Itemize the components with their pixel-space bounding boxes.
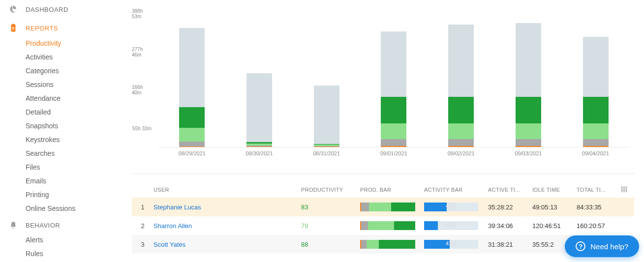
x-label: 09/02/2021 [446, 150, 476, 156]
user-link[interactable]: Scott Yates [153, 241, 185, 248]
active-time: 31:38:21 [488, 241, 532, 248]
nav-dashboard[interactable]: DASHBOARD [0, 1, 112, 18]
x-label: 08/31/2021 [312, 150, 341, 156]
total-time: 160:20:57 [577, 222, 621, 230]
col-idle-time[interactable]: IDLE TIME [532, 187, 577, 193]
x-label: 09/03/2021 [514, 150, 543, 156]
svg-rect-0 [621, 186, 623, 192]
x-label: 08/29/2021 [177, 150, 207, 156]
user-link[interactable]: Stephanie Lucas [153, 204, 201, 211]
activity-bar: 42% [424, 203, 478, 211]
sidebar-item-alerts[interactable]: Alerts [0, 233, 112, 247]
sidebar-item-categories[interactable]: Categories [0, 64, 112, 78]
sidebar: DASHBOARD REPORTS ProductivityActivities… [0, 0, 112, 262]
question-icon: ? [576, 241, 585, 251]
sidebar-item-printing[interactable]: Printing [0, 188, 112, 202]
need-help-label: Need help? [590, 242, 628, 251]
col-user[interactable]: USER [153, 187, 301, 193]
sidebar-item-productivity[interactable]: Productivity [0, 36, 112, 50]
svg-rect-2 [626, 186, 627, 192]
sidebar-item-sessions[interactable]: Sessions [0, 78, 112, 91]
activity-bar: 47% [424, 240, 478, 249]
col-prod-bar[interactable]: PROD. BAR [360, 187, 424, 193]
user-productivity-table: USER PRODUCTIVITY PROD. BAR ACTIVITY BAR… [132, 182, 634, 254]
row-number: 3 [132, 241, 153, 248]
prod-bar [360, 240, 415, 249]
chart-bar[interactable] [246, 73, 272, 147]
pie-chart-icon [8, 5, 19, 14]
active-time: 39:34:06 [488, 222, 532, 230]
sidebar-item-detailed[interactable]: Detailed [0, 105, 112, 119]
nav-dashboard-label: DASHBOARD [26, 6, 68, 13]
row-number: 1 [132, 204, 153, 211]
total-time: 84:33:35 [577, 204, 621, 211]
table-header: USER PRODUCTIVITY PROD. BAR ACTIVITY BAR… [132, 182, 634, 198]
nav-reports-label: REPORTS [26, 25, 58, 32]
x-label: 09/04/2021 [581, 150, 611, 156]
user-link[interactable]: Sharron Allen [153, 222, 192, 230]
productivity-chart: 388h 53m277h 46m166h 40m55h 33m 08/29/20… [132, 0, 634, 165]
idle-time: 120:46:51 [532, 222, 577, 230]
chart-bar[interactable] [583, 37, 609, 147]
chart-bar[interactable] [516, 23, 541, 147]
chart-bar[interactable] [448, 25, 474, 147]
nav-reports[interactable]: REPORTS [0, 20, 112, 36]
activity-bar: 25% [424, 221, 478, 230]
sidebar-item-keystrokes[interactable]: Keystrokes [0, 133, 112, 146]
productivity-value: 88 [301, 241, 360, 248]
chart-bar[interactable] [314, 86, 339, 147]
chart-bar[interactable] [179, 28, 205, 147]
y-tick: 166h 40m [132, 85, 152, 95]
sidebar-item-snapshots[interactable]: Snapshots [0, 119, 112, 133]
col-total-time[interactable]: TOTAL TI... [577, 187, 621, 193]
chart-bar[interactable] [381, 31, 406, 147]
nav-behavior[interactable]: BEHAVIOR [0, 217, 112, 233]
sidebar-item-rules[interactable]: Rules [0, 247, 112, 261]
bell-icon [8, 221, 19, 229]
y-tick: 55h 33m [132, 126, 152, 131]
table-row[interactable]: 3Scott Yates8847%31:38:2135:55:2 [132, 235, 634, 254]
sidebar-item-files[interactable]: Files [0, 160, 112, 174]
productivity-value: 83 [301, 204, 360, 211]
col-active-time[interactable]: ACTIVE TI... [488, 187, 532, 193]
x-label: 08/30/2021 [245, 150, 274, 156]
y-tick: 277h 46m [132, 47, 152, 58]
sidebar-item-emails[interactable]: Emails [0, 174, 112, 188]
productivity-value: 79 [301, 222, 360, 230]
divider [132, 174, 634, 174]
sidebar-item-attendance[interactable]: Attendance [0, 91, 112, 105]
row-number: 2 [132, 222, 153, 230]
column-settings-icon[interactable] [621, 186, 630, 194]
prod-bar [360, 221, 415, 230]
table-row[interactable]: 2Sharron Allen7925%39:34:06120:46:51160:… [132, 216, 634, 235]
y-tick: 388h 53m [132, 8, 152, 19]
x-label: 09/01/2021 [379, 150, 408, 156]
idle-time: 49:05:13 [532, 204, 577, 211]
sidebar-item-activities[interactable]: Activities [0, 50, 112, 64]
sidebar-item-online-sessions[interactable]: Online Sessions [0, 202, 112, 215]
need-help-button[interactable]: ? Need help? [565, 235, 639, 257]
sidebar-item-searches[interactable]: Searches [0, 146, 112, 160]
col-activity-bar[interactable]: ACTIVITY BAR [424, 187, 488, 193]
active-time: 35:28:22 [488, 204, 532, 211]
clipboard-icon [8, 24, 19, 32]
svg-rect-1 [623, 186, 625, 192]
prod-bar [360, 203, 415, 211]
col-productivity[interactable]: PRODUCTIVITY [301, 187, 360, 193]
nav-behavior-label: BEHAVIOR [26, 222, 60, 229]
table-row[interactable]: 1Stephanie Lucas8342%35:28:2249:05:1384:… [132, 198, 634, 216]
main-content: 388h 53m277h 46m166h 40m55h 33m 08/29/20… [112, 0, 644, 262]
